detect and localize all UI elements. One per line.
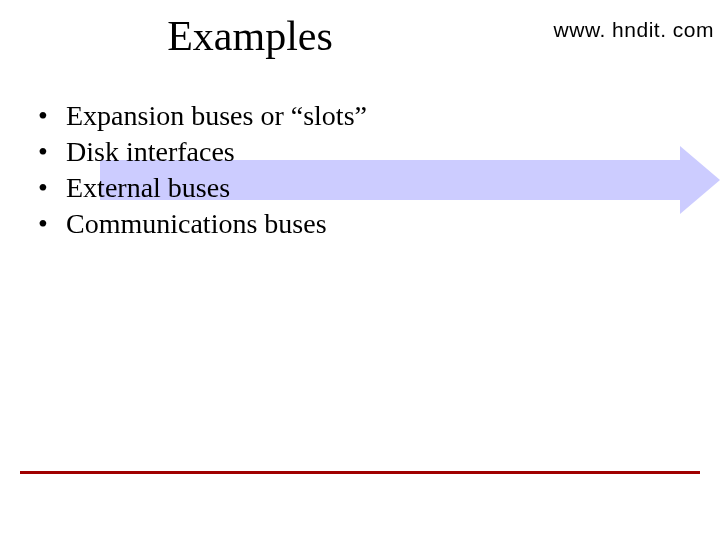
source-url: www. hndit. com [554,18,714,42]
slide-title: Examples [0,12,500,60]
list-item: Communications buses [38,206,367,242]
list-item: Expansion buses or “slots” [38,98,367,134]
list-item: External buses [38,170,367,206]
bullet-list: Expansion buses or “slots” Disk interfac… [38,98,367,242]
footer-divider [20,471,700,474]
list-item: Disk interfaces [38,134,367,170]
arrow-head-icon [680,146,720,214]
slide: Examples www. hndit. com Expansion buses… [0,0,720,540]
